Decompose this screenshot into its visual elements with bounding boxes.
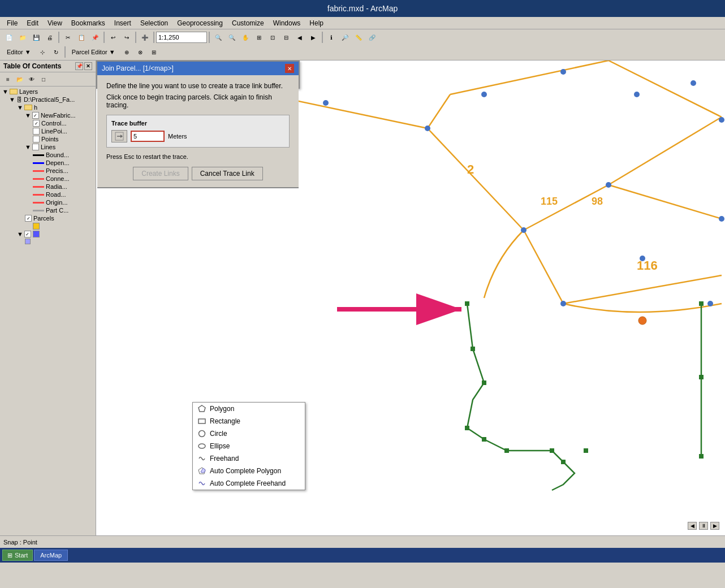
menu-selection[interactable]: Selection xyxy=(136,18,172,28)
zoom-full-btn[interactable]: ⊞ xyxy=(253,31,265,44)
toc-h-folder[interactable]: ▼ h xyxy=(1,103,94,111)
taskbar-arcmap-btn[interactable]: ArcMap xyxy=(34,550,68,561)
zoom-layer-btn[interactable]: ⊡ xyxy=(266,31,279,44)
toc-lines-folder[interactable]: ▼ Lines xyxy=(1,143,94,151)
dropdown-polygon[interactable]: Polygon xyxy=(193,403,305,415)
redo-btn[interactable]: ↪ xyxy=(120,31,133,44)
lines-checkbox[interactable] xyxy=(32,144,39,150)
dropdown-ellipse[interactable]: Ellipse xyxy=(193,440,305,452)
save-btn[interactable]: 💾 xyxy=(30,31,42,44)
menu-help[interactable]: Help xyxy=(305,18,328,28)
toc-close-btn[interactable]: ✕ xyxy=(84,62,92,70)
svg-point-53 xyxy=(198,444,205,448)
toc-depen-item[interactable]: Depen... xyxy=(1,159,94,167)
toc-parcels-label: Parcels xyxy=(33,215,54,222)
toc-layers-group[interactable]: ▼ Layers xyxy=(1,88,94,96)
join-dialog-close-btn[interactable]: ✕ xyxy=(285,64,294,73)
zoom-out-btn[interactable]: 🔍 xyxy=(226,31,238,44)
newfabric-checkbox[interactable] xyxy=(32,112,39,119)
create-links-button[interactable]: Create Links xyxy=(133,167,188,180)
menu-file[interactable]: File xyxy=(2,18,22,28)
toc-list-btn[interactable]: ≡ xyxy=(2,74,14,85)
scroll-left-btn[interactable]: ◀ xyxy=(688,522,697,530)
open-btn[interactable]: 📁 xyxy=(16,31,29,44)
new-btn[interactable]: 📄 xyxy=(3,31,15,44)
hyperlink-btn[interactable]: 🔗 xyxy=(366,31,378,44)
edit-vertex-btn[interactable]: ⊹ xyxy=(36,46,49,58)
copy-btn[interactable]: 📋 xyxy=(75,31,88,44)
cut-btn[interactable]: ✂ xyxy=(62,31,74,44)
dropdown-auto-polygon[interactable]: Auto Complete Polygon xyxy=(193,465,305,477)
menu-windows[interactable]: Windows xyxy=(269,18,305,28)
paste-btn[interactable]: 📌 xyxy=(89,31,101,44)
toc-precis-item[interactable]: Precis... xyxy=(1,167,94,175)
sep6 xyxy=(322,32,323,43)
linepoi-checkbox[interactable] xyxy=(33,128,40,135)
taskbar-start-btn[interactable]: ⊞ Start xyxy=(2,550,33,561)
undo-btn[interactable]: ↩ xyxy=(107,31,119,44)
add-data-btn[interactable]: ➕ xyxy=(139,31,151,44)
toc-conne-item[interactable]: Conne... xyxy=(1,175,94,183)
sep2 xyxy=(103,32,105,43)
toc-control-item[interactable]: Control... xyxy=(1,119,94,127)
back-btn[interactable]: ◀ xyxy=(294,31,306,44)
zoom-in-btn[interactable]: 🔍 xyxy=(212,31,225,44)
parcel-tool-3[interactable]: ⊞ xyxy=(148,46,160,58)
parcel-editor-dropdown[interactable]: Parcel Editor ▼ xyxy=(68,46,119,58)
main-layout: Table Of Contents 📌 ✕ ≡ 📂 👁 □ ▼ Layers ▼… xyxy=(0,60,725,535)
measure-btn[interactable]: 📏 xyxy=(352,31,365,44)
rotate-btn[interactable]: ↻ xyxy=(50,46,62,58)
zoom-select-btn[interactable]: ⊟ xyxy=(280,31,292,44)
conne-line-sample xyxy=(33,178,44,180)
dropdown-circle[interactable]: Circle xyxy=(193,427,305,440)
toc-vis-btn[interactable]: 👁 xyxy=(26,74,37,85)
toc-pin-btn[interactable]: 📌 xyxy=(75,62,83,70)
dropdown-freehand[interactable]: Freehand xyxy=(193,452,305,465)
print-btn[interactable]: 🖨 xyxy=(44,31,56,44)
toc-newfabric-item[interactable]: ▼ NewFabric... xyxy=(1,111,94,119)
menu-bookmarks[interactable]: Bookmarks xyxy=(67,18,110,28)
parcel-tool-1[interactable]: ⊕ xyxy=(120,46,133,58)
toc-points-item[interactable]: Points xyxy=(1,135,94,143)
menu-customize[interactable]: Customize xyxy=(227,18,269,28)
identify-btn[interactable]: ℹ xyxy=(325,31,338,44)
pan-btn[interactable]: ✋ xyxy=(239,31,252,44)
toc-partc-item[interactable]: Part C... xyxy=(1,206,94,214)
scroll-pause-btn[interactable]: ⏸ xyxy=(699,522,708,530)
parcels-checkbox[interactable] xyxy=(25,215,32,222)
trace-buffer-value-input[interactable] xyxy=(131,131,165,142)
road-line-sample xyxy=(33,194,44,196)
menu-edit[interactable]: Edit xyxy=(22,18,43,28)
toc-sel-btn[interactable]: □ xyxy=(38,74,49,85)
toc-road-item[interactable]: Road... xyxy=(1,191,94,198)
toc-parcels-item[interactable]: Parcels xyxy=(1,214,94,222)
cancel-trace-link-button[interactable]: Cancel Trace Link xyxy=(192,167,263,180)
toc-db-item[interactable]: ▼ 🗄 D:\Practical5_Fa... xyxy=(1,96,94,103)
forward-btn[interactable]: ▶ xyxy=(307,31,320,44)
svg-rect-51 xyxy=(198,419,205,423)
control-checkbox[interactable] xyxy=(33,120,40,127)
toc-bound-label: Bound... xyxy=(46,152,69,158)
editor-dropdown[interactable]: Editor ▼ xyxy=(3,46,35,58)
scale-input[interactable] xyxy=(156,32,207,43)
scroll-right-btn[interactable]: ▶ xyxy=(710,522,719,530)
sep5 xyxy=(209,32,210,43)
app-title: fabric.mxd - ArcMap xyxy=(327,4,398,13)
toc-bound-item[interactable]: Bound... xyxy=(1,151,94,159)
toc-radia-item[interactable]: Radia... xyxy=(1,183,94,191)
find-btn[interactable]: 🔎 xyxy=(339,31,351,44)
dropdown-auto-freehand[interactable]: Auto Complete Freehand xyxy=(193,477,305,490)
menu-geoprocessing[interactable]: Geoprocessing xyxy=(172,18,227,28)
s-checkbox[interactable] xyxy=(24,231,31,237)
dropdown-rectangle[interactable]: Rectangle xyxy=(193,415,305,427)
menu-view[interactable]: View xyxy=(43,18,67,28)
trace-buffer-icon-btn[interactable] xyxy=(111,130,127,142)
parcel-tool-2[interactable]: ⊗ xyxy=(134,46,146,58)
points-checkbox[interactable] xyxy=(33,136,40,142)
toc-source-btn[interactable]: 📂 xyxy=(14,74,25,85)
toc-s-item[interactable]: ▼ xyxy=(1,230,94,238)
toc-origin-item[interactable]: Origin... xyxy=(1,198,94,206)
menu-insert[interactable]: Insert xyxy=(110,18,136,28)
toc-linepoi-item[interactable]: LinePoi... xyxy=(1,127,94,135)
press-esc-text: Press Esc to restart the trace. xyxy=(106,153,290,160)
